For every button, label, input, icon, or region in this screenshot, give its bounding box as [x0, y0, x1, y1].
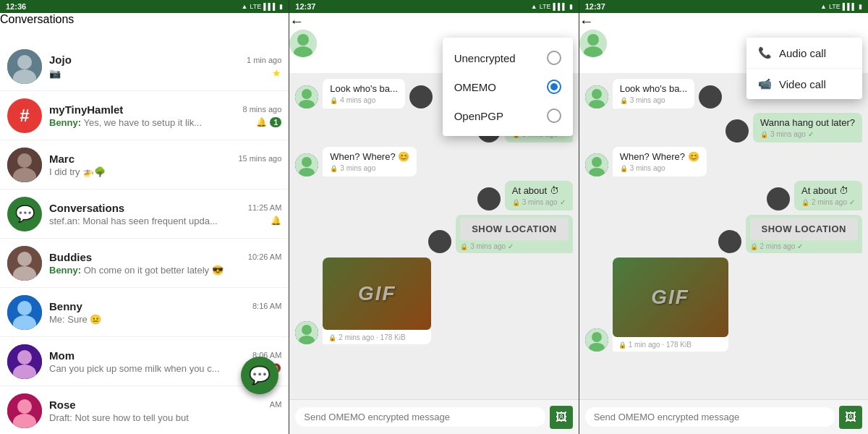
convo-name: Mom: [49, 349, 75, 362]
lock-icon: 🔒: [512, 199, 520, 206]
convo-preview: Draft: Not sure how to tell you but: [49, 412, 281, 423]
avatar: [7, 246, 42, 281]
attach-image-button-2[interactable]: 🖼: [550, 406, 573, 429]
convo-preview: Benny: Oh come on it got better lately 😎: [49, 265, 281, 276]
encryption-option-omemo[interactable]: OMEMO: [443, 72, 573, 101]
video-call-option[interactable]: 📹 Video call: [746, 69, 862, 99]
more-vert-icon-2[interactable]: ⋮: [320, 58, 333, 72]
message-text: When? Where? 😊: [620, 151, 699, 162]
message-time: 3 mins ago: [630, 96, 665, 104]
message-row: Wanna hang out later? 🔒 3 mins ago ✓: [585, 113, 862, 142]
audio-call-label: Audio call: [779, 47, 826, 59]
convo-name: Buddies: [49, 251, 92, 263]
message-bubble: GIF 🔒 2 mins ago · 178 KiB: [323, 258, 431, 344]
sender-avatar: [585, 328, 608, 352]
lock-icon: 🔒: [620, 97, 628, 104]
signal-icon-2: ▌▌▌: [553, 3, 567, 10]
video-call-label: Video call: [779, 78, 826, 90]
status-bar-2: 12:37 ▲ LTE ▌▌▌ ▮: [289, 0, 578, 13]
wifi-icon-2: ▲: [531, 3, 537, 10]
list-item[interactable]: Rose AM Draft: Not sure how to tell you …: [0, 386, 289, 434]
shadow-avatar: [409, 85, 433, 109]
message-meta: 🔒 2 mins ago · 178 KiB: [323, 332, 431, 344]
lock-icon: 🔒: [620, 165, 628, 172]
message-row: At about ⏱ 🔒 3 mins ago ✓: [295, 181, 572, 210]
compose-fab[interactable]: 💬: [241, 357, 278, 394]
convo-preview: Benny: Yes, we have to setup it lik...: [49, 117, 253, 128]
star-icon: ★: [272, 67, 281, 79]
back-button-3[interactable]: ←: [579, 13, 594, 29]
attach-image-button-3[interactable]: 🖼: [839, 406, 862, 429]
radio-omemo[interactable]: [547, 80, 561, 94]
list-item[interactable]: Marc 15 mins ago I did try 🚁🌳: [0, 140, 289, 190]
message-text: Wanna hang out later?: [760, 117, 855, 128]
message-meta: 🔒 3 mins ago: [620, 96, 688, 104]
conversations-app-bar: Conversations ⊞ ⋮: [0, 13, 289, 42]
message-input-2[interactable]: [295, 407, 545, 427]
svg-point-7: [17, 252, 32, 266]
encryption-option-openpgp[interactable]: OpenPGP: [443, 101, 573, 130]
message-time: 1 min ago · 178 KiB: [629, 341, 692, 349]
lte-label-3: LTE: [829, 3, 841, 10]
convo-content: myTinyHamlet 8 mins ago Benny: Yes, we h…: [49, 103, 281, 128]
message-meta: 🔒 1 min ago · 178 KiB: [613, 339, 728, 352]
convo-name: Conversations: [49, 202, 124, 214]
message-row: GIF 🔒 1 min ago · 178 KiB: [585, 258, 862, 352]
shadow-avatar: [428, 230, 451, 253]
audio-call-option[interactable]: 📞 Audio call: [746, 38, 862, 69]
radio-openpgp[interactable]: [547, 109, 561, 123]
battery-icon-2: ▮: [569, 3, 573, 10]
time-3: 12:37: [585, 2, 605, 11]
qr-code-icon[interactable]: ⊞: [0, 26, 11, 42]
back-button-2[interactable]: ←: [289, 13, 304, 29]
message-bubble: Look who's ba... 🔒 4 mins ago: [323, 79, 405, 109]
svg-point-4: [17, 153, 32, 168]
list-item[interactable]: 💬 Conversations 11:25 AM stef.an: Monal …: [0, 190, 289, 239]
chat-input-bar-2: 🖼: [289, 399, 578, 434]
status-icons-1: ▲ LTE ▌▌▌ ▮: [241, 3, 283, 10]
message-text: When? Where? 😊: [330, 151, 409, 162]
convo-preview: I did try 🚁🌳: [49, 166, 281, 177]
show-location-button-3[interactable]: SHOW LOCATION: [750, 218, 858, 240]
more-vert-icon-3[interactable]: ⋮: [609, 58, 622, 72]
convo-name: Rose: [49, 399, 76, 411]
shadow-avatar: [726, 119, 749, 142]
message-row: GIF 🔒 2 mins ago · 178 KiB: [295, 258, 572, 344]
encryption-label: OMEMO: [454, 81, 496, 93]
convo-name: Jojo: [49, 54, 72, 66]
convo-name: Marc: [49, 153, 75, 165]
check-icon: ✓: [508, 242, 514, 250]
avatar: [7, 295, 42, 330]
radio-unencrypted[interactable]: [547, 51, 561, 65]
gif-image: GIF: [323, 258, 431, 330]
list-item[interactable]: Jojo 1 min ago 📷 ★: [0, 42, 289, 91]
convo-content: Rose AM Draft: Not sure how to tell you …: [49, 399, 281, 423]
avatar: [7, 393, 42, 428]
wifi-icon-3: ▲: [820, 3, 827, 10]
svg-point-19: [297, 34, 309, 46]
message-bubble: SHOW LOCATION 🔒 2 mins ago ✓: [746, 215, 862, 253]
show-location-button[interactable]: SHOW LOCATION: [460, 218, 568, 240]
svg-point-1: [17, 55, 32, 69]
svg-point-40: [592, 332, 602, 342]
encryption-dropdown: Unencrypted OMEMO OpenPGP: [443, 38, 573, 136]
message-bubble: Wanna hang out later? 🔒 3 mins ago ✓: [753, 113, 862, 142]
message-input-3[interactable]: [585, 407, 835, 427]
chat-input-bar-3: 🖼: [579, 399, 868, 434]
sender-avatar: [295, 153, 318, 176]
list-item[interactable]: Buddies 10:26 AM Benny: Oh come on it go…: [0, 239, 289, 288]
list-item[interactable]: # myTinyHamlet 8 mins ago Benny: Yes, we…: [0, 91, 289, 140]
encryption-option-unencrypted[interactable]: Unencrypted: [443, 43, 573, 72]
message-time: 3 mins ago: [522, 198, 558, 206]
more-vert-icon[interactable]: ⋮: [20, 26, 33, 42]
message-meta: 🔒 3 mins ago: [330, 164, 409, 172]
check-icon: ✓: [849, 198, 855, 206]
avatar: [7, 344, 42, 379]
message-meta: 🔒 3 mins ago: [620, 164, 699, 172]
list-item[interactable]: Benny 8:16 AM Me: Sure 😐: [0, 288, 289, 337]
time-1: 12:36: [6, 2, 26, 11]
message-time: 4 mins ago: [340, 96, 375, 104]
sender-avatar: [295, 85, 318, 109]
message-meta: 🔒 2 mins ago ✓: [801, 198, 855, 206]
message-time: 3 mins ago: [470, 242, 506, 250]
